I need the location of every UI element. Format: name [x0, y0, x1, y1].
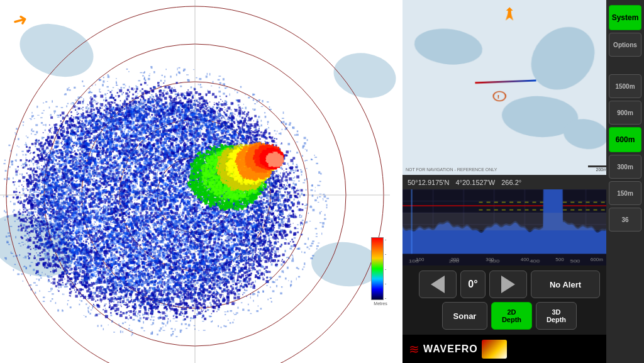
range-150m-button[interactable]: 150m [609, 181, 641, 205]
logo-bar: ≋ WAVEFRO [402, 335, 616, 363]
sidebar: System Options 1500m 900m 600m 300m 150m… [606, 0, 644, 363]
2d-depth-button[interactable]: 2DDepth [491, 302, 532, 330]
chart-scale: 200m [588, 165, 607, 172]
bearing-display: 266.2° [501, 179, 521, 186]
radar-canvas [0, 0, 402, 363]
options-button[interactable]: Options [609, 33, 641, 57]
radar-panel: ➜ - - - - - Metres [0, 0, 402, 363]
chart-area: ⬆ NOT FOR NAVIGATION - REFERENCE ONLY 20… [402, 0, 616, 175]
range-36m-button[interactable]: 36 [609, 208, 641, 232]
rotate-left-button[interactable] [419, 271, 457, 298]
right-panel: ⬆ NOT FOR NAVIGATION - REFERENCE ONLY 20… [402, 0, 616, 363]
arrow-left-icon [431, 276, 445, 293]
sonar-depth-display: 100200300400500600m [402, 189, 616, 265]
wavefront-waves-icon: ≋ [409, 342, 419, 357]
alert-button[interactable]: No Alert [531, 271, 600, 298]
sonar-x-axis: 100200300400500600m [402, 253, 616, 265]
logo-stripe-decoration [482, 340, 507, 359]
rotate-right-button[interactable] [489, 271, 527, 298]
chart-scale-label: 200m [596, 167, 607, 172]
color-scale-legend: - - - - - Metres [371, 237, 390, 313]
latitude-display: 50°12.9175'N [408, 179, 449, 186]
coordinates-bar: 50°12.9175'N 4°20.1527'W 266.2° [402, 175, 616, 189]
bottom-controls: 0° No Alert Sonar 2DDepth 3DDepth [402, 265, 616, 335]
system-button[interactable]: System [609, 5, 641, 30]
arrow-right-icon [501, 276, 515, 293]
mode-controls-row: Sonar 2DDepth 3DDepth [406, 302, 613, 330]
range-900m-button[interactable]: 900m [609, 101, 641, 125]
sonar-button[interactable]: Sonar [442, 302, 487, 330]
angle-display[interactable]: 0° [460, 271, 486, 298]
range-600m-button[interactable]: 600m [609, 127, 641, 152]
navigation-controls-row: 0° No Alert [406, 271, 613, 298]
longitude-display: 4°20.1527'W [455, 179, 495, 186]
3d-depth-button[interactable]: 3DDepth [536, 302, 577, 330]
range-300m-button[interactable]: 300m [609, 155, 641, 179]
brand-name: WAVEFRO [423, 343, 478, 355]
compass-arrow-icon: ⬆ [504, 5, 515, 21]
chart-disclaimer: NOT FOR NAVIGATION - REFERENCE ONLY [406, 167, 497, 172]
range-1500m-button[interactable]: 1500m [609, 74, 641, 98]
